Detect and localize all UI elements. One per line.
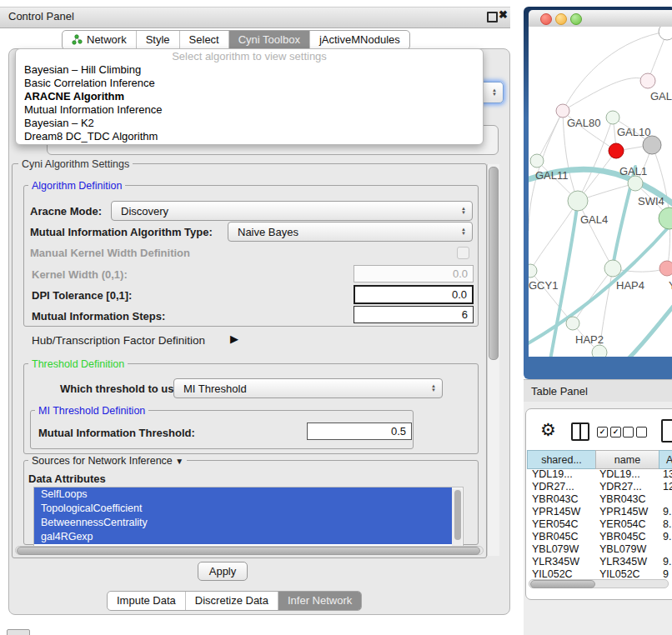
tab-select[interactable]: Select — [180, 31, 229, 49]
table-horizontal-scrollbar-thumb[interactable] — [530, 580, 595, 588]
collapsed-panel-icon[interactable] — [7, 629, 30, 635]
attribute-list-item[interactable]: BetweennessCentrality — [34, 516, 452, 530]
tab-jactivemnodules[interactable]: jActiveMNodules — [310, 31, 409, 49]
new-table-icon[interactable] — [661, 419, 672, 442]
attributes-list-scrollbar-thumb[interactable] — [454, 490, 461, 540]
network-node[interactable] — [659, 208, 672, 229]
data-attributes-list[interactable]: SelfLoopsTopologicalCoefficientBetweenne… — [33, 487, 464, 548]
table-cell: 13 — [658, 468, 672, 481]
tab-cyni-toolbox[interactable]: Cyni Toolbox — [229, 31, 310, 49]
dpi-tolerance-label: DPI Tolerance [0,1]: — [32, 289, 132, 302]
manual-kernel-checkbox[interactable] — [457, 247, 469, 259]
settings-vertical-scrollbar-thumb[interactable] — [489, 167, 499, 360]
network-node-label: GAL — [650, 90, 672, 102]
checked-box-icon: ✓ — [610, 427, 621, 438]
column-browser-icon[interactable] — [571, 422, 589, 441]
table-horizontal-scrollbar[interactable] — [529, 579, 669, 588]
network-node[interactable] — [659, 261, 672, 276]
table-row[interactable]: YBR045CYBR045C9. — [527, 531, 672, 543]
table-row[interactable]: YPR145WYPR145W9. — [527, 506, 672, 518]
tab-cyni-toolbox-label: Cyni Toolbox — [238, 33, 300, 46]
aracne-mode-combo[interactable]: Discovery ▲▼ — [111, 201, 473, 221]
network-node[interactable] — [640, 73, 655, 88]
kernel-width-field[interactable]: 0.0 — [354, 265, 474, 282]
table-row[interactable]: YBR043CYBR043C — [527, 493, 672, 506]
tab-impute-data[interactable]: Impute Data — [108, 592, 186, 610]
select-all-icon[interactable]: ✓ ✓ — [597, 427, 621, 438]
dropdown-item[interactable]: Bayesian – K2 — [16, 117, 483, 130]
network-canvas[interactable]: GALGAL80GAL10GAL1GAL11SWI4GAL4GCY1HAP4YH… — [529, 27, 672, 357]
control-panel-titlebar — [0, 7, 510, 28]
table-row[interactable]: YDL19...YDL19...13 — [527, 468, 672, 481]
deselect-all-icon[interactable] — [623, 427, 647, 438]
table-cell: YDL19... — [594, 468, 658, 481]
table-row[interactable]: YER054CYER054C8. — [527, 518, 672, 531]
table-row[interactable]: YDR27...YDR27...12 — [527, 481, 672, 493]
hub-definition-label[interactable]: Hub/Transcription Factor Definition — [32, 334, 205, 347]
column-header-shared-name[interactable]: shared... — [527, 450, 596, 469]
network-window-titlebar[interactable] — [529, 10, 672, 28]
unchecked-box-icon — [623, 427, 634, 438]
network-node[interactable] — [556, 104, 569, 118]
dropdown-item[interactable]: Bayesian – Hill Climbing — [16, 63, 483, 77]
sources-title[interactable]: Sources for Network Inference ▼ — [28, 455, 187, 467]
algorithm-dropdown-list: Bayesian – Hill ClimbingBasic Correlatio… — [16, 63, 483, 143]
dropdown-item[interactable]: Mutual Information Inference — [16, 103, 483, 117]
column-header-name[interactable]: name — [595, 450, 659, 469]
mi-threshold-field[interactable]: 0.5 — [307, 422, 412, 440]
node-table-rows[interactable]: YDL19...YDL19...13YDR27...YDR27...12YBR0… — [527, 468, 672, 578]
mac-close-button[interactable] — [540, 13, 552, 25]
attribute-list-item[interactable]: SelfLoops — [34, 488, 452, 502]
mi-steps-field[interactable]: 6 — [354, 306, 474, 323]
table-row[interactable]: YIL052CYIL052C9 — [527, 568, 672, 578]
network-node[interactable] — [643, 136, 661, 154]
table-cell: YDL19... — [527, 468, 594, 481]
network-node[interactable] — [609, 143, 624, 158]
network-node[interactable] — [566, 317, 579, 330]
mi-algorithm-type-combo[interactable]: Naive Bayes ▲▼ — [228, 222, 473, 242]
settings-horizontal-scrollbar[interactable] — [15, 546, 484, 555]
network-node[interactable] — [530, 154, 544, 168]
expand-right-icon[interactable]: ▶ — [230, 332, 238, 345]
network-node[interactable] — [568, 191, 588, 211]
network-node[interactable] — [606, 111, 619, 124]
control-panel-tab-bar: Network Style Select Cyni Toolbox jActiv… — [62, 30, 410, 50]
unchecked-box-icon — [636, 427, 647, 438]
network-node[interactable] — [529, 264, 537, 278]
settings-horizontal-scrollbar-thumb[interactable] — [17, 547, 480, 555]
network-node[interactable] — [604, 260, 621, 277]
tab-infer-network[interactable]: Infer Network — [278, 592, 361, 610]
table-cell: YBR043C — [594, 493, 658, 506]
tab-jactivemnodules-label: jActiveMNodules — [319, 33, 400, 46]
dropdown-item[interactable]: Dream8 DC_TDC Algorithm — [16, 130, 483, 143]
which-threshold-combo[interactable]: MI Threshold ▲▼ — [173, 378, 443, 398]
dropdown-item[interactable]: ARACNE Algorithm — [16, 90, 483, 103]
tab-style[interactable]: Style — [137, 31, 180, 49]
close-icon[interactable]: ✖ — [499, 8, 508, 21]
tab-network[interactable]: Network — [63, 31, 137, 49]
table-panel-title: Table Panel — [531, 385, 588, 398]
attribute-list-item[interactable]: TopologicalCoefficient — [34, 502, 452, 516]
tab-style-label: Style — [146, 33, 170, 46]
spinner-down-icon: ▼ — [431, 388, 436, 392]
dpi-tolerance-field[interactable]: 0.0 — [354, 285, 474, 304]
gear-icon[interactable]: ⚙ — [540, 420, 556, 440]
column-header-partial[interactable]: A — [659, 450, 672, 469]
table-cell — [658, 493, 672, 506]
network-node[interactable] — [659, 27, 672, 40]
mac-minimize-button[interactable] — [555, 13, 567, 25]
table-row[interactable]: YBL079WYBL079W — [527, 543, 672, 556]
table-cell: YIL052C — [594, 568, 658, 578]
tab-discretize-data[interactable]: Discretize Data — [186, 592, 278, 610]
table-cell: YIL052C — [527, 568, 594, 578]
network-node[interactable] — [628, 176, 643, 191]
network-node[interactable] — [592, 345, 607, 357]
table-row[interactable]: YLR345WYLR345W9. — [527, 556, 672, 568]
apply-button[interactable]: Apply — [198, 562, 248, 581]
mac-zoom-button[interactable] — [570, 13, 582, 25]
mi-steps-label: Mutual Information Steps: — [32, 310, 165, 322]
attribute-list-item[interactable]: gal4RGexp — [34, 530, 452, 544]
threshold-definition-title: Threshold Definition — [28, 358, 128, 370]
float-window-icon[interactable] — [487, 12, 498, 22]
dropdown-item[interactable]: Basic Correlation Inference — [16, 77, 483, 90]
